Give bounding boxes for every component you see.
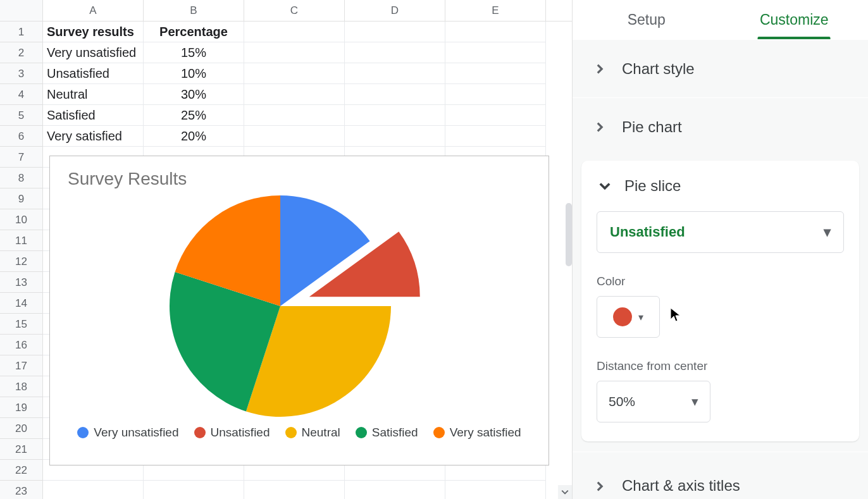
tab-customize[interactable]: Customize [721, 0, 869, 39]
cell-b2[interactable]: 15% [144, 42, 244, 63]
section-pie-chart[interactable]: Pie chart [573, 97, 868, 156]
legend-color-dot [285, 427, 297, 438]
row-header[interactable]: 3 [0, 63, 42, 84]
row-header[interactable]: 21 [0, 439, 42, 460]
cell[interactable] [345, 84, 445, 105]
cell-b4[interactable]: 30% [144, 84, 244, 105]
cell[interactable] [244, 105, 345, 126]
legend-color-dot [77, 427, 89, 438]
cell[interactable] [445, 63, 546, 84]
column-header-d[interactable]: D [345, 0, 445, 21]
distance-value: 50% [609, 394, 635, 409]
legend-label: Unsatisfied [211, 426, 270, 440]
column-header-c[interactable]: C [244, 0, 345, 21]
legend-item[interactable]: Very satisfied [433, 426, 521, 440]
cell[interactable] [345, 42, 445, 63]
legend-label: Neutral [302, 426, 340, 440]
row-header[interactable]: 4 [0, 84, 42, 105]
cell[interactable] [445, 42, 546, 63]
section-chart-style[interactable]: Chart style [573, 39, 868, 97]
chevron-right-icon [592, 478, 608, 495]
row-header[interactable]: 16 [0, 335, 42, 355]
select-all-corner[interactable] [0, 0, 43, 21]
row-header[interactable]: 14 [0, 293, 42, 314]
row-header[interactable]: 6 [0, 126, 42, 147]
cell-a3[interactable]: Unsatisfied [43, 63, 144, 84]
legend-color-dot [356, 427, 367, 438]
cell-a2[interactable]: Very unsatisfied [43, 42, 144, 63]
row-header[interactable]: 2 [0, 42, 42, 63]
cell[interactable] [244, 84, 345, 105]
chart-object[interactable]: Survey Results Very unsatisfiedUnsatisfi… [49, 156, 549, 465]
cell-b1[interactable]: Percentage [144, 22, 244, 42]
column-header-e[interactable]: E [445, 0, 546, 21]
caret-down-icon: ▾ [691, 394, 698, 409]
chart-legend: Very unsatisfiedUnsatisfiedNeutralSatisf… [50, 423, 549, 440]
section-label: Chart style [622, 60, 695, 78]
row-header[interactable]: 12 [0, 251, 42, 272]
cell-a4[interactable]: Neutral [43, 84, 144, 105]
cell-e1[interactable] [445, 22, 546, 42]
row-header[interactable]: 8 [0, 168, 42, 188]
legend-label: Very unsatisfied [94, 426, 178, 440]
row-header[interactable]: 22 [0, 460, 42, 481]
legend-label: Satisfied [372, 426, 418, 440]
column-header-a[interactable]: A [43, 0, 144, 21]
section-label: Pie chart [622, 118, 682, 136]
row-header[interactable]: 23 [0, 481, 42, 499]
section-pie-slice: Pie slice Unsatisfied ▾ Color ▾ Distance… [581, 161, 859, 441]
cell-b6[interactable]: 20% [144, 126, 244, 147]
row-header[interactable]: 15 [0, 314, 42, 335]
row-headers: 1 2 3 4 5 6 7 8 9 10 11 12 13 14 15 16 1… [0, 22, 43, 499]
row-header[interactable]: 18 [0, 376, 42, 397]
scroll-down-button[interactable] [558, 485, 572, 499]
cell[interactable] [445, 105, 546, 126]
tab-bar: Setup Customize [573, 0, 868, 39]
legend-item[interactable]: Neutral [285, 426, 340, 440]
row-header[interactable]: 7 [0, 147, 42, 168]
cell-a6[interactable]: Very satisfied [43, 126, 144, 147]
legend-item[interactable]: Unsatisfied [194, 426, 270, 440]
color-label: Color [597, 274, 844, 288]
cell[interactable] [345, 63, 445, 84]
row-header[interactable]: 17 [0, 355, 42, 376]
row-header[interactable]: 5 [0, 105, 42, 126]
section-chart-axis-titles[interactable]: Chart & axis titles [573, 452, 868, 496]
cell-grid[interactable]: Survey results Percentage Very unsatisfi… [43, 22, 572, 499]
tab-setup[interactable]: Setup [573, 0, 721, 39]
slice-color-picker[interactable]: ▾ [597, 296, 660, 338]
cell[interactable] [445, 84, 546, 105]
column-header-b[interactable]: B [144, 0, 244, 21]
row-header[interactable]: 9 [0, 188, 42, 209]
row-header[interactable]: 19 [0, 397, 42, 418]
cell-d1[interactable] [345, 22, 445, 42]
section-label: Chart & axis titles [622, 477, 740, 495]
row-header[interactable]: 1 [0, 22, 42, 42]
row-header[interactable]: 11 [0, 230, 42, 251]
cell-b5[interactable]: 25% [144, 105, 244, 126]
cell[interactable] [345, 126, 445, 147]
row-header[interactable]: 20 [0, 418, 42, 439]
distance-select[interactable]: 50% ▾ [597, 381, 710, 422]
slice-select[interactable]: Unsatisfied ▾ [597, 211, 844, 253]
cell[interactable] [244, 42, 345, 63]
cell-a1[interactable]: Survey results [43, 22, 144, 42]
cell-c1[interactable] [244, 22, 345, 42]
row-header[interactable]: 10 [0, 209, 42, 230]
cell-a5[interactable]: Satisfied [43, 105, 144, 126]
legend-color-dot [433, 427, 445, 438]
pie-chart[interactable] [154, 189, 445, 423]
vertical-scrollbar[interactable] [566, 203, 572, 266]
slice-select-value: Unsatisfied [610, 224, 685, 240]
cell-b3[interactable]: 10% [144, 63, 244, 84]
row-header[interactable]: 13 [0, 272, 42, 293]
cell[interactable] [244, 126, 345, 147]
cell[interactable] [244, 63, 345, 84]
legend-item[interactable]: Very unsatisfied [77, 426, 178, 440]
section-pie-slice-toggle[interactable]: Pie slice [597, 177, 844, 195]
chevron-right-icon [592, 119, 608, 135]
caret-down-icon: ▾ [638, 311, 643, 323]
legend-item[interactable]: Satisfied [356, 426, 418, 440]
cell[interactable] [445, 126, 546, 147]
cell[interactable] [345, 105, 445, 126]
